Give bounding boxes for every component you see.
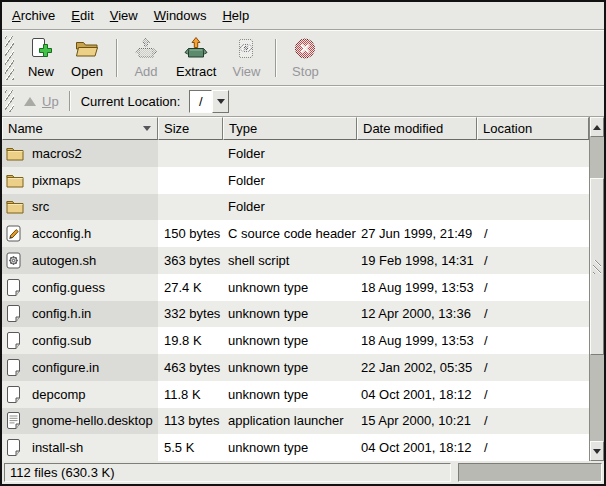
plain-file-icon <box>6 359 25 376</box>
file-name-cell[interactable]: acconfig.h <box>2 220 158 247</box>
file-name-cell[interactable]: config.sub <box>2 327 158 354</box>
menu-edit[interactable]: Edit <box>63 3 101 28</box>
menu-view[interactable]: View <box>102 3 146 28</box>
table-row[interactable]: config.h.in332 bytesunknown type12 Apr 2… <box>2 301 589 328</box>
file-location: / <box>477 220 589 247</box>
table-row[interactable]: macros2Folder <box>2 140 589 167</box>
plain-file-icon <box>6 439 25 456</box>
file-name: acconfig.h <box>32 226 91 241</box>
file-type: unknown type <box>223 434 357 461</box>
file-size <box>158 140 223 167</box>
file-name-cell[interactable]: config.guess <box>2 274 158 301</box>
scroll-up-button[interactable] <box>590 117 604 137</box>
file-name-cell[interactable]: src <box>2 194 158 221</box>
toolbar-separator <box>275 39 276 77</box>
file-date-modified: 22 Jan 2002, 05:35 <box>357 354 477 381</box>
file-type: Folder <box>223 194 357 221</box>
file-name-cell[interactable]: autogen.sh <box>2 247 158 274</box>
file-date-modified: 18 Aug 1999, 13:53 <box>357 327 477 354</box>
table-row[interactable]: install-sh5.5 Kunknown type04 Oct 2001, … <box>2 434 589 461</box>
table-body: macros2FolderpixmapsFoldersrcFolderaccon… <box>2 140 589 461</box>
file-name-cell[interactable]: depcomp <box>2 381 158 408</box>
open-button[interactable]: Open <box>64 32 110 84</box>
table-row[interactable]: pixmapsFolder <box>2 167 589 194</box>
file-name: autogen.sh <box>32 253 96 268</box>
column-header-name[interactable]: Name <box>2 117 158 140</box>
location-combo-dropdown[interactable] <box>212 90 229 113</box>
file-location: / <box>477 274 589 301</box>
file-type: C source code header <box>223 220 357 247</box>
file-location <box>477 167 589 194</box>
file-size: 27.4 K <box>158 274 223 301</box>
file-location: / <box>477 408 589 435</box>
table-row[interactable]: acconfig.h150 bytesC source code header2… <box>2 220 589 247</box>
scroll-down-button[interactable] <box>590 441 604 461</box>
file-name: configure.in <box>32 360 99 375</box>
vertical-scrollbar <box>589 117 604 461</box>
progress-area <box>458 463 602 482</box>
menu-archive[interactable]: Archive <box>4 3 63 28</box>
add-button[interactable]: Add <box>123 32 169 84</box>
plain-file-icon <box>6 279 25 296</box>
view-button[interactable]: View <box>223 32 269 84</box>
table-row[interactable]: config.guess27.4 Kunknown type18 Aug 199… <box>2 274 589 301</box>
file-date-modified: 18 Aug 1999, 13:53 <box>357 274 477 301</box>
column-header-size[interactable]: Size <box>158 117 223 140</box>
scrollbar-thumb[interactable] <box>590 178 604 355</box>
stop-button[interactable]: Stop <box>282 32 328 84</box>
menu-windows[interactable]: Windows <box>146 3 215 28</box>
plain-file-icon <box>6 332 25 349</box>
status-text: 112 files (630.3 K) <box>10 465 115 480</box>
plain-file-icon <box>6 386 25 403</box>
up-arrow-icon <box>24 97 36 106</box>
file-date-modified: 27 Jun 1999, 21:49 <box>357 220 477 247</box>
file-date-modified: 04 Oct 2001, 18:12 <box>357 434 477 461</box>
menu-help[interactable]: Help <box>214 3 257 28</box>
file-name: gnome-hello.desktop <box>32 413 153 428</box>
location-bar-grip-handle[interactable] <box>5 90 14 112</box>
file-size <box>158 194 223 221</box>
scroll-up-icon <box>593 125 601 130</box>
table-row[interactable]: autogen.sh363 bytesshell script19 Feb 19… <box>2 247 589 274</box>
file-name: config.h.in <box>32 306 91 321</box>
file-name-cell[interactable]: macros2 <box>2 140 158 167</box>
location-combo-value[interactable]: / <box>189 90 212 113</box>
toolbar-grip-handle[interactable] <box>5 36 14 80</box>
file-size: 150 bytes <box>158 220 223 247</box>
file-size: 363 bytes <box>158 247 223 274</box>
file-date-modified: 04 Oct 2001, 18:12 <box>357 381 477 408</box>
table-row[interactable]: depcomp11.8 Kunknown type04 Oct 2001, 18… <box>2 381 589 408</box>
extract-button[interactable]: Extract <box>169 32 223 84</box>
menu-bar: Archive Edit View Windows Help <box>2 2 604 30</box>
column-header-type[interactable]: Type <box>223 117 357 140</box>
add-files-icon <box>133 36 159 62</box>
file-type: unknown type <box>223 327 357 354</box>
table-row[interactable]: gnome-hello.desktop113 bytesapplication … <box>2 408 589 435</box>
column-header-location[interactable]: Location <box>477 117 589 140</box>
file-size: 113 bytes <box>158 408 223 435</box>
file-type: unknown type <box>223 381 357 408</box>
file-name: config.sub <box>32 333 91 348</box>
file-size: 11.8 K <box>158 381 223 408</box>
scrollbar-trough[interactable] <box>590 137 604 441</box>
new-archive-icon <box>28 36 54 62</box>
file-name-cell[interactable]: config.h.in <box>2 301 158 328</box>
column-header-date-modified[interactable]: Date modified <box>357 117 477 140</box>
folder-icon <box>6 198 25 215</box>
file-date-modified: 12 Apr 2000, 13:36 <box>357 301 477 328</box>
table-row[interactable]: config.sub19.8 Kunknown type18 Aug 1999,… <box>2 327 589 354</box>
new-button[interactable]: New <box>18 32 64 84</box>
toolbar-separator <box>116 39 117 77</box>
file-name-cell[interactable]: install-sh <box>2 434 158 461</box>
table-row[interactable]: srcFolder <box>2 194 589 221</box>
file-tree: Name Size Type Date modified Location ma… <box>2 117 589 461</box>
table-row[interactable]: configure.in463 bytesunknown type22 Jan … <box>2 354 589 381</box>
file-type: Folder <box>223 167 357 194</box>
file-name-cell[interactable]: pixmaps <box>2 167 158 194</box>
c-header-file-icon <box>6 225 25 242</box>
file-date-modified: 15 Apr 2000, 10:21 <box>357 408 477 435</box>
up-button[interactable]: Up <box>18 92 67 111</box>
extract-icon <box>183 36 209 62</box>
file-name-cell[interactable]: gnome-hello.desktop <box>2 408 158 435</box>
file-name-cell[interactable]: configure.in <box>2 354 158 381</box>
